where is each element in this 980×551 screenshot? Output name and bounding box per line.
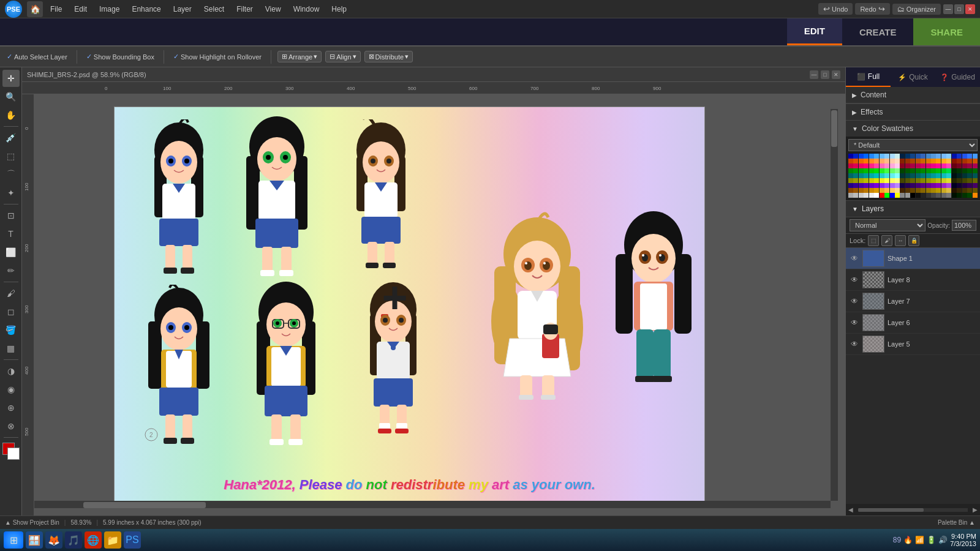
maximize-button[interactable]: □ [954,4,964,14]
swatch-cell[interactable] [916,188,921,193]
swatch-cell[interactable] [864,193,869,198]
dodge-tool[interactable]: ◑ [2,362,20,380]
swatch-cell[interactable] [967,188,972,193]
swatch-cell[interactable] [848,163,853,168]
swatch-cell[interactable] [926,188,931,193]
swatch-cell[interactable] [941,173,946,178]
swatch-cell[interactable] [941,168,946,173]
swatch-cell[interactable] [859,168,864,173]
swatch-cell[interactable] [853,193,858,198]
swatch-cell[interactable] [926,193,931,198]
swatch-cell[interactable] [931,178,936,183]
layer-visibility-icon[interactable]: 👁 [850,339,859,349]
eraser-tool[interactable]: ◻ [2,303,20,320]
swatch-cell[interactable] [910,154,915,159]
swatch-cell[interactable] [853,173,858,178]
swatch-cell[interactable] [853,178,858,183]
swatch-cell[interactable] [931,173,936,178]
swatch-cell[interactable] [941,193,946,198]
swatch-cell[interactable] [864,159,869,163]
swatch-cell[interactable] [864,183,869,188]
swatch-cell[interactable] [848,154,853,159]
swatch-cell[interactable] [864,173,869,178]
swatch-cell[interactable] [952,168,957,173]
swatch-cell[interactable] [957,188,962,193]
swatch-cell[interactable] [952,173,957,178]
effects-section-header[interactable]: Effects [846,104,980,120]
tray-icon-volume[interactable]: 🔊 [938,536,948,544]
swatch-cell[interactable] [884,188,889,193]
swatch-cell[interactable] [905,193,910,198]
lock-all-button[interactable]: 🔒 [908,235,919,246]
swatch-cell[interactable] [962,168,967,173]
swatch-cell[interactable] [936,159,941,163]
swatch-cell[interactable] [864,178,869,183]
swatch-cell[interactable] [848,188,853,193]
swatch-cell[interactable] [931,168,936,173]
home-button[interactable]: 🏠 [27,1,43,17]
swatch-cell[interactable] [880,173,884,178]
swatch-cell[interactable] [905,154,910,159]
swatch-cell[interactable] [936,163,941,168]
swatch-cell[interactable] [921,159,925,163]
swatch-cell[interactable] [880,163,884,168]
swatch-cell[interactable] [921,178,925,183]
swatch-cell[interactable] [905,168,910,173]
swatch-cell[interactable] [869,154,874,159]
swatch-cell[interactable] [895,163,900,168]
swatch-cell[interactable] [884,173,889,178]
type-tool[interactable]: T [2,225,20,242]
swatch-cell[interactable] [869,173,874,178]
swatch-cell[interactable] [874,183,879,188]
tab-quick[interactable]: ⚡ Quick [891,67,935,87]
swatch-cell[interactable] [952,178,957,183]
mode-edit-button[interactable]: EDIT [787,18,842,45]
swatch-cell[interactable] [895,168,900,173]
gradient-tool[interactable]: ▦ [2,340,20,357]
swatch-cell[interactable] [890,163,895,168]
swatch-cell[interactable] [890,168,895,173]
swatch-cell[interactable] [890,154,895,159]
swatch-cell[interactable] [869,178,874,183]
taskbar-icon-files[interactable]: 📁 [104,531,121,549]
swatch-cell[interactable] [916,183,921,188]
swatch-cell[interactable] [895,173,900,178]
swatch-cell[interactable] [957,163,962,168]
swatch-cell[interactable] [916,168,921,173]
start-button[interactable]: ⊞ [4,531,23,549]
layer-item[interactable]: 👁Layer 8 [846,269,980,291]
lasso-tool[interactable]: ⌒ [2,166,20,183]
color-swatch-area[interactable] [2,443,20,460]
swatch-cell[interactable] [967,178,972,183]
swatch-cell[interactable] [874,193,879,198]
taskbar-icon-media[interactable]: 🎵 [65,531,82,549]
swatch-cell[interactable] [874,163,879,168]
swatch-cell[interactable] [921,173,925,178]
swatch-cell[interactable] [874,159,879,163]
swatch-cell[interactable] [952,163,957,168]
swatch-cell[interactable] [848,183,853,188]
panel-scroll-bar[interactable] [858,508,968,512]
canvas-viewport[interactable]: Hana*2012, Please do not redistribute my… [34,94,838,508]
swatch-cell[interactable] [921,188,925,193]
swatch-cell[interactable] [900,178,905,183]
swatch-cell[interactable] [880,178,884,183]
swatch-cell[interactable] [967,173,972,178]
swatch-cell[interactable] [941,183,946,188]
swatch-cell[interactable] [848,178,853,183]
fill-tool[interactable]: 🪣 [2,321,20,339]
mode-create-button[interactable]: CREATE [842,18,914,45]
swatch-cell[interactable] [900,168,905,173]
swatch-cell[interactable] [973,188,978,193]
pencil-tool[interactable]: ✏ [2,262,20,279]
swatch-cell[interactable] [900,188,905,193]
swatch-cell[interactable] [859,193,864,198]
align-dropdown[interactable]: ⊟ Align ▾ [325,51,360,62]
swatch-cell[interactable] [880,168,884,173]
vertical-scrollbar[interactable] [831,109,838,501]
swatch-cell[interactable] [952,188,957,193]
swatch-cell[interactable] [895,178,900,183]
swatch-cell[interactable] [962,178,967,183]
swatch-cell[interactable] [946,183,951,188]
swatch-cell[interactable] [952,159,957,163]
